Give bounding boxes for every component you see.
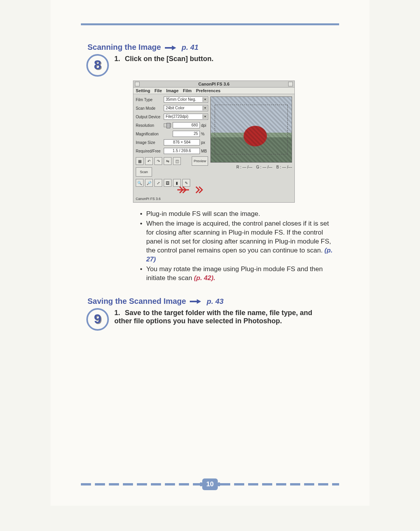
value-required-free-box: 1.5 / 269.6	[164, 148, 200, 154]
tool-fit-icon[interactable]: ⤢	[154, 179, 162, 187]
section-title-scanning: Scanning the Image p. 41	[88, 43, 369, 52]
tool-row-1: ▦ ↶ ↷ ⇋ ◫ Preview Scan	[136, 156, 208, 177]
preview-button[interactable]: Preview	[192, 156, 208, 166]
value-required-free: 1.5 / 269.6	[173, 148, 191, 154]
label-required-free: Required/Free	[136, 149, 164, 153]
value-resolution: 680	[191, 123, 198, 128]
menu-preferences[interactable]: Preferences	[196, 88, 220, 93]
arrow-right-icon	[189, 299, 201, 304]
callout-arrows-icon	[177, 186, 208, 194]
svg-text:8: 8	[94, 57, 102, 72]
row-image-size: Image Size 876 × 584 px	[136, 139, 208, 145]
row-film-type: Film Type 35mm Color Neg.	[136, 96, 208, 103]
tool-rotate-right-icon[interactable]: ↷	[154, 157, 162, 165]
value-film-type: 35mm Color Neg.	[166, 97, 196, 102]
window-close-box[interactable]	[135, 82, 140, 86]
unit-magnification: %	[201, 132, 208, 136]
arrow-right-icon	[164, 45, 177, 51]
app-title: CanonPI FS 3.6	[198, 82, 229, 86]
app-menubar: Setting File Image Film Preferences	[133, 88, 294, 94]
value-image-size-box: 876 × 584	[164, 139, 200, 145]
bullet-1: Plug-in module FS will scan the image.	[140, 210, 338, 219]
tool-zoom-in-icon[interactable]: 🔍	[136, 179, 144, 187]
step-8-row: 8 8 1. Click on the [Scan] button.	[51, 54, 369, 77]
slider-resolution[interactable]	[164, 123, 171, 127]
tool-zoom-out-icon[interactable]: 🔎	[145, 179, 153, 187]
instruction-text: Click on the [Scan] button.	[125, 55, 214, 63]
footer-dash-right	[220, 483, 339, 485]
app-footer: CanonPI FS 3.6	[133, 196, 294, 202]
menu-film[interactable]: Film	[183, 88, 192, 93]
row-required-free: Required/Free 1.5 / 269.6 MB	[136, 148, 208, 154]
row-resolution: Resolution 680 dpi	[136, 122, 208, 128]
app-right-panel: R : --- /--- G : --- /--- B : --- /---	[210, 94, 294, 196]
rgb-g: G : --- /---	[256, 165, 273, 169]
page-ref-41: p. 41	[182, 43, 198, 51]
tool-auto-icon[interactable]: ▦	[136, 157, 144, 165]
section-title-saving-text: Saving the Scanned Image	[88, 297, 186, 305]
bullet-2: When the image is acquired, the control …	[140, 219, 338, 264]
menu-image[interactable]: Image	[166, 88, 178, 93]
label-film-type: Film Type	[136, 98, 164, 102]
row-magnification: Magnification 25 %	[136, 131, 208, 137]
rgb-r: R : --- /---	[236, 165, 252, 169]
dropdown-output-device[interactable]: File(2720dpi)	[164, 114, 208, 120]
rgb-readout: R : --- /--- G : --- /--- B : --- /---	[210, 165, 292, 169]
tool-ruler-icon[interactable]: ▮	[173, 179, 181, 187]
preview-area[interactable]	[210, 96, 292, 163]
dropdown-film-type[interactable]: 35mm Color Neg.	[164, 96, 208, 103]
tool-rotate-left-icon[interactable]: ↶	[145, 157, 153, 165]
menu-file[interactable]: File	[154, 88, 162, 93]
app-titlebar: CanonPI FS 3.6	[133, 81, 294, 88]
step-9-badge: 9 9	[86, 308, 109, 331]
bullet-3-text: You may rotate the image using Plug-in m…	[146, 265, 323, 282]
value-magnification: 25	[194, 131, 198, 137]
page-footer: 10	[81, 478, 339, 490]
page-number: 10	[206, 480, 214, 488]
chevron-down-icon	[203, 106, 207, 110]
ol-number: 1.	[114, 309, 123, 317]
tool-crop-icon[interactable]: ◫	[173, 157, 181, 165]
label-image-size: Image Size	[136, 140, 164, 145]
step-8-instruction: 1. Click on the [Scan] button.	[114, 54, 214, 63]
step-9-row: 9 9 1. Save to the target folder with th…	[51, 308, 369, 331]
app-screenshot: CanonPI FS 3.6 Setting File Image Film P…	[133, 81, 295, 203]
label-output-device: Output Device	[136, 115, 164, 119]
label-resolution: Resolution	[136, 123, 164, 128]
input-resolution[interactable]: 680	[173, 122, 200, 128]
tool-adjust-icon[interactable]: ✎	[182, 179, 190, 187]
step-8-badge: 8 8	[86, 54, 109, 77]
top-rule	[81, 23, 339, 25]
bullet-list-scanning: Plug-in module FS will scan the image. W…	[140, 210, 338, 283]
chevron-down-icon	[203, 97, 207, 102]
label-magnification: Magnification	[136, 132, 164, 136]
rgb-b: B : --- /---	[276, 165, 292, 169]
bullet-1-text: Plug-in module FS will scan the image.	[146, 210, 260, 217]
unit-resolution: dpi	[201, 123, 208, 128]
tool-flip-icon[interactable]: ⇋	[164, 157, 172, 165]
tool-image-icon[interactable]: 🖼	[164, 179, 172, 187]
chevron-down-icon	[203, 114, 207, 119]
bullet-3-ref: (p. 42).	[194, 274, 215, 282]
value-image-size: 876 × 584	[173, 140, 191, 145]
bullet-3: You may rotate the image using Plug-in m…	[140, 265, 338, 283]
unit-image-size: px	[201, 140, 208, 145]
row-output-device: Output Device File(2720dpi)	[136, 114, 208, 120]
bullet-2-text: When the image is acquired, the control …	[146, 220, 331, 254]
ol-number: 1.	[114, 55, 123, 63]
app-footer-left: CanonPI FS 3.6	[136, 197, 161, 201]
input-magnification[interactable]: 25	[173, 131, 200, 137]
window-collapse-box[interactable]	[288, 82, 293, 86]
tool-row-2: 🔍 🔎 ⤢ 🖼 ▮ ✎	[136, 179, 208, 187]
footer-dash-left	[81, 483, 200, 485]
step-9-instruction: 1. Save to the target folder with the fi…	[114, 308, 317, 325]
page-number-badge: 10	[202, 478, 218, 490]
scan-button[interactable]: Scan	[136, 167, 152, 177]
section-title-saving: Saving the Scanned Image p. 43	[88, 297, 369, 306]
dropdown-scan-mode[interactable]: 24bit Color	[164, 105, 208, 111]
value-scan-mode: 24bit Color	[166, 105, 184, 111]
app-body: Film Type 35mm Color Neg. Scan Mode 24bi…	[133, 94, 294, 196]
menu-setting[interactable]: Setting	[136, 88, 150, 93]
page-ref-43: p. 43	[207, 297, 224, 305]
row-scan-mode: Scan Mode 24bit Color	[136, 105, 208, 111]
